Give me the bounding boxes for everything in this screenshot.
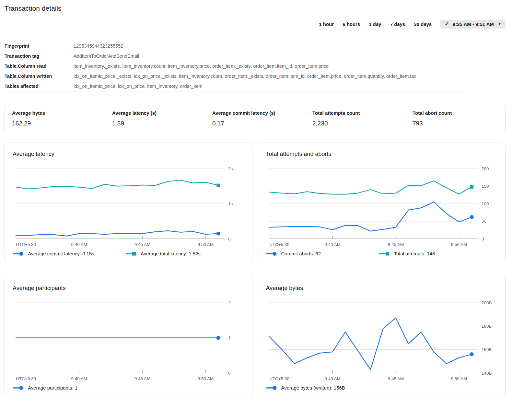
table-row-fingerprint: Fingerprint1295345944323255552 (5, 41, 465, 51)
stat-label: Average latency (s) (112, 110, 198, 116)
chart-legend: Average commit latency: 0.15sAverage tot… (13, 251, 244, 256)
stat-average-commit-latency-s: Average commit latency (s)0.17 (205, 110, 305, 127)
stat-average-bytes: Average bytes162.29 (5, 110, 105, 127)
legend-item-average-participants: Average participants: 1 (13, 385, 125, 391)
y-axis-label: 180B (482, 324, 492, 329)
x-axis-label: 9:40 AM (71, 242, 87, 247)
detail-label: Fingerprint (5, 43, 74, 49)
range-option-7-days[interactable]: 7 days (390, 21, 405, 27)
series-line-total-attempts (269, 181, 472, 194)
y-axis-label: 150 (482, 184, 489, 189)
y-axis-label: 0 (228, 371, 231, 376)
detail-label: Table.Column read (5, 64, 74, 69)
series-end-marker (470, 215, 473, 219)
y-axis-label: 200 (482, 166, 489, 171)
x-axis-label: 9:40 AM (324, 242, 341, 247)
chart-legend: Average participants: 1 (13, 385, 244, 391)
x-axis-label: 9:50 AM (451, 376, 467, 381)
range-option-1-hour[interactable]: 1 hour (319, 21, 334, 27)
x-axis-label: UTC+5:30 (269, 242, 289, 247)
x-axis-label: UTC+5:30 (269, 376, 289, 381)
x-axis-label: UTC+5:30 (16, 376, 36, 381)
y-axis-label: 0 (228, 237, 231, 241)
detail-value: item_inventory._exists, item_inventory.c… (74, 64, 329, 69)
x-axis-label: 9:40 AM (71, 376, 87, 381)
stat-value: 1.59 (112, 120, 198, 127)
chart-plot: 200150100500UTC+5:309:40 AM9:45 AM9:50 A… (266, 165, 497, 248)
detail-value: idx_on_itemid_price, idx_on_price, item_… (74, 84, 203, 89)
chart-plot: 210UTC+5:309:40 AM9:45 AM9:50 AM (13, 299, 244, 382)
stats-summary: Average bytes162.29Average latency (s)1.… (5, 105, 506, 132)
detail-label: Tables affected (5, 84, 74, 89)
check-icon: ✓ (445, 21, 449, 27)
legend-item-average-total-latency: Average total latency: 1.52s (125, 251, 201, 256)
chart-legend: Commit aborts: 62Total attempts: 148 (266, 251, 498, 256)
legend-label: Average commit latency: 0.15s (28, 251, 94, 256)
stat-label: Average commit latency (s) (212, 110, 298, 116)
series-line-commit-aborts (269, 202, 472, 231)
legend-label: Total attempts: 148 (394, 251, 435, 256)
chart-title: Average latency (13, 151, 244, 158)
detail-value: idx_on_itemid_price._exists, idx_on_pric… (74, 74, 416, 79)
table-row-transaction-tag: Transaction tagAddItemToOrderAndSendEmai… (5, 51, 465, 61)
series-end-marker (470, 185, 473, 189)
charts-grid: Average latency2s1s0UTC+5:309:40 AM9:45 … (5, 143, 506, 395)
x-axis-label: 9:45 AM (134, 242, 151, 247)
chart-plot: 2s1s0UTC+5:309:40 AM9:45 AM9:50 AM (13, 165, 244, 248)
stat-value: 0.17 (212, 120, 298, 127)
x-axis-label: 9:50 AM (198, 376, 214, 381)
legend-circle-icon (266, 385, 277, 391)
series-end-marker (470, 352, 473, 356)
stat-average-latency-s: Average latency (s)1.59 (105, 110, 205, 127)
table-row-table-column-written: Table.Column writtenidx_on_itemid_price.… (5, 71, 465, 81)
y-axis-label: 50 (482, 219, 486, 224)
time-range-chip-label: 9:35 AM - 9:51 AM (453, 21, 494, 27)
x-axis-label: 9:45 AM (388, 376, 404, 381)
detail-label: Transaction tag (5, 53, 74, 59)
chart-card-average-latency: Average latency2s1s0UTC+5:309:40 AM9:45 … (5, 143, 252, 261)
y-axis-label: 100 (482, 201, 489, 206)
legend-circle-icon (13, 385, 24, 391)
chart-card-average-participants: Average participants210UTC+5:309:40 AM9:… (5, 277, 252, 395)
chart-plot: 200B180B160B140BUTC+5:309:40 AM9:45 AM9:… (266, 299, 497, 382)
chart-title: Total attempts and aborts (266, 151, 498, 158)
legend-item-commit-aborts: Commit aborts: 62 (266, 251, 379, 256)
time-range-options: 1 hour6 hours1 day7 days30 days (319, 21, 432, 27)
series-end-marker (216, 232, 220, 236)
legend-label: Average total latency: 1.52s (141, 251, 201, 256)
y-axis-label: 1 (228, 335, 231, 340)
time-range-chip[interactable]: ✓ 9:35 AM - 9:51 AM ▼ (440, 20, 506, 29)
y-axis-label: 0 (482, 237, 484, 241)
stat-label: Total attempts count (312, 110, 398, 116)
legend-item-average-bytes-written: Average bytes (written): 156B (266, 385, 379, 391)
series-line-average-total-latency (16, 180, 218, 189)
legend-item-average-commit-latency: Average commit latency: 0.15s (13, 251, 125, 256)
chart-title: Average bytes (266, 285, 498, 292)
legend-square-icon (125, 251, 136, 256)
legend-label: Commit aborts: 62 (281, 251, 321, 256)
stat-value: 2,230 (312, 120, 398, 127)
series-line-average-commit-latency (16, 231, 218, 236)
transaction-details-table: Fingerprint1295345944323255552Transactio… (5, 41, 465, 91)
range-option-30-days[interactable]: 30 days (414, 21, 432, 27)
y-axis-label: 140B (482, 371, 492, 376)
chart-card-average-bytes: Average bytes200B180B160B140BUTC+5:309:4… (258, 277, 506, 395)
chart-legend: Average bytes (written): 156B (266, 385, 498, 391)
x-axis-label: UTC+5:30 (16, 242, 36, 247)
chart-title: Average participants (13, 285, 244, 292)
range-option-1-day[interactable]: 1 day (369, 21, 381, 27)
x-axis-label: 9:50 AM (451, 242, 467, 247)
detail-value: 1295345944323255552 (74, 43, 123, 49)
stat-value: 162.29 (12, 120, 98, 127)
y-axis-label: 2 (228, 300, 231, 305)
stat-total-attempts-count: Total attempts count2,230 (305, 110, 405, 127)
series-end-marker (216, 184, 220, 187)
range-option-6-hours[interactable]: 6 hours (343, 21, 360, 27)
x-axis-label: 9:45 AM (134, 376, 151, 381)
y-axis-label: 160B (482, 347, 492, 352)
table-row-table-column-read: Table.Column readitem_inventory._exists,… (5, 61, 465, 71)
chart-card-total-attempts-and-aborts: Total attempts and aborts200150100500UTC… (258, 143, 506, 261)
stat-label: Total abort count (413, 110, 498, 116)
stat-value: 793 (413, 120, 498, 127)
page-title: Transaction details (5, 0, 506, 12)
